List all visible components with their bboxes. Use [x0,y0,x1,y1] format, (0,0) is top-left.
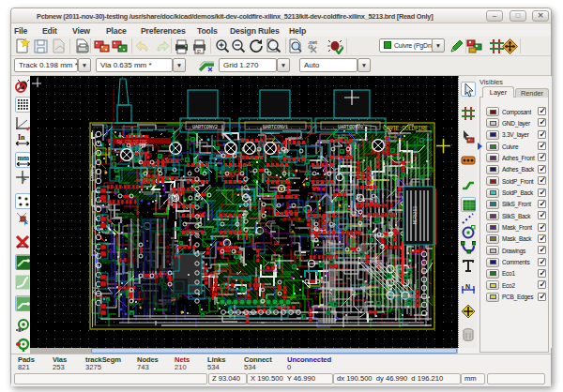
svg-text:C22: C22 [349,213,357,218]
svg-text:In: In [18,133,25,142]
svg-text:UARTCONV0: UARTCONV0 [338,125,363,130]
svg-text:.net: .net [308,39,317,45]
svg-text:U5: U5 [246,162,251,167]
svg-text:SW-3V SW-5V: SW-3V SW-5V [114,150,140,154]
svg-text:MCF5213: MCF5213 [413,206,418,224]
svg-text:U8: U8 [274,241,280,246]
svg-text:N: N [465,283,470,290]
svg-text:CONN_2: CONN_2 [90,164,96,181]
svg-text:mm: mm [18,154,30,162]
svg-text:SW_COLDFIRE: SW_COLDFIRE [116,140,147,145]
svg-text:UARTCONV2: UARTCONV2 [192,125,218,130]
svg-text:P: P [197,49,201,54]
svg-text:UARTCONV1: UARTCONV1 [263,125,288,130]
svg-text:Q3: Q3 [199,213,205,218]
svg-text:C1: C1 [143,175,148,180]
svg-text:J4: J4 [171,297,176,302]
svg-text:R12: R12 [312,185,319,189]
svg-text:CARTE.COLDFIRE: CARTE.COLDFIRE [383,126,428,132]
svg-text:MCONT: MCONT [242,310,258,317]
